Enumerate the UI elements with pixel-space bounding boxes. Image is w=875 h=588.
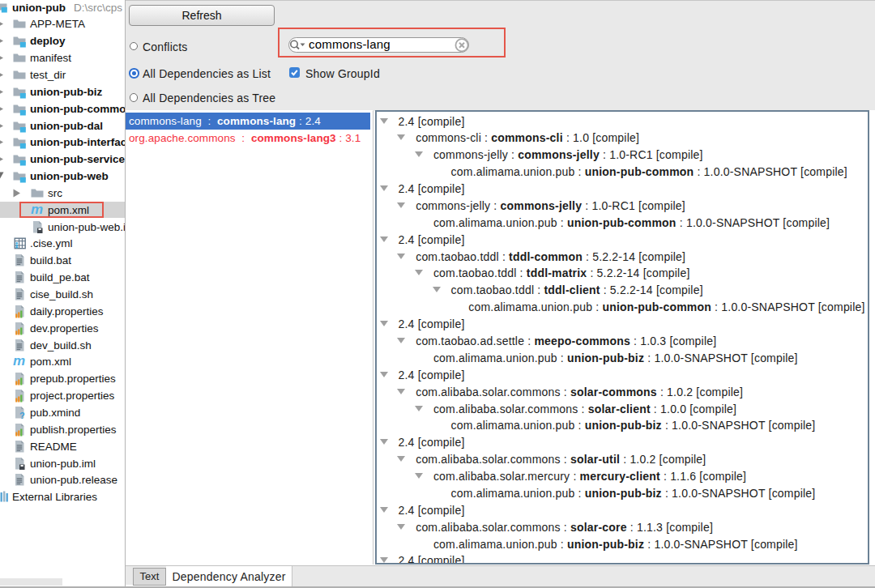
svg-text:?: ? bbox=[19, 410, 25, 420]
